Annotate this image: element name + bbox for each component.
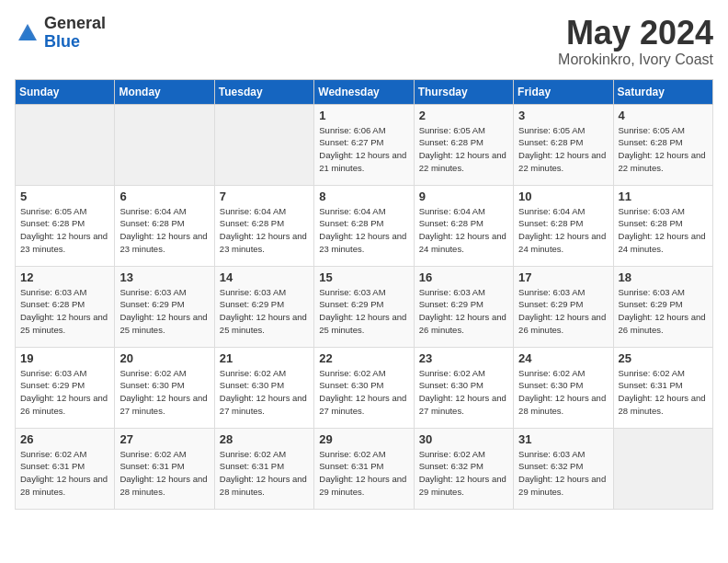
day-info: Sunrise: 6:02 AMSunset: 6:30 PMDaylight:… [220, 367, 310, 418]
weekday-header: Thursday [414, 79, 513, 104]
day-info: Sunrise: 6:03 AMSunset: 6:28 PMDaylight:… [619, 205, 709, 256]
day-info: Sunrise: 6:05 AMSunset: 6:28 PMDaylight:… [518, 124, 609, 175]
day-number: 26 [20, 432, 110, 446]
day-info: Sunrise: 6:04 AMSunset: 6:28 PMDaylight:… [220, 205, 310, 256]
day-number: 2 [419, 109, 509, 122]
logo-text: General Blue [44, 15, 106, 52]
calendar-cell [115, 104, 214, 185]
logo: General Blue [15, 15, 106, 52]
calendar-cell [613, 428, 712, 509]
calendar-cell: 16Sunrise: 6:03 AMSunset: 6:29 PMDayligh… [414, 266, 513, 347]
day-number: 19 [20, 351, 110, 365]
day-number: 29 [319, 432, 409, 446]
day-number: 3 [518, 109, 609, 122]
day-info: Sunrise: 6:02 AMSunset: 6:31 PMDaylight:… [619, 367, 709, 418]
logo-blue: Blue [44, 32, 80, 51]
calendar-cell: 5Sunrise: 6:05 AMSunset: 6:28 PMDaylight… [16, 185, 115, 266]
day-number: 13 [119, 270, 210, 284]
weekday-header-row: SundayMondayTuesdayWednesdayThursdayFrid… [16, 79, 713, 104]
logo-general: General [44, 14, 106, 32]
day-number: 24 [518, 351, 609, 365]
calendar-cell: 30Sunrise: 6:02 AMSunset: 6:32 PMDayligh… [414, 428, 513, 509]
calendar-cell: 13Sunrise: 6:03 AMSunset: 6:29 PMDayligh… [115, 266, 214, 347]
day-number: 14 [220, 270, 310, 284]
calendar-week-row: 26Sunrise: 6:02 AMSunset: 6:31 PMDayligh… [16, 428, 713, 509]
weekday-header: Saturday [613, 79, 712, 104]
day-number: 5 [20, 190, 110, 203]
day-info: Sunrise: 6:02 AMSunset: 6:31 PMDaylight:… [220, 448, 310, 499]
day-number: 23 [419, 351, 509, 365]
day-number: 11 [619, 190, 709, 203]
day-info: Sunrise: 6:02 AMSunset: 6:31 PMDaylight:… [319, 448, 409, 499]
calendar-week-row: 19Sunrise: 6:03 AMSunset: 6:29 PMDayligh… [16, 347, 713, 428]
calendar-cell: 6Sunrise: 6:04 AMSunset: 6:28 PMDaylight… [115, 185, 214, 266]
calendar-cell: 31Sunrise: 6:03 AMSunset: 6:32 PMDayligh… [514, 428, 613, 509]
day-number: 8 [319, 190, 409, 203]
calendar-cell [16, 104, 115, 185]
day-number: 28 [220, 432, 310, 446]
calendar-cell: 24Sunrise: 6:02 AMSunset: 6:30 PMDayligh… [514, 347, 613, 428]
calendar-cell [214, 104, 313, 185]
calendar-cell: 12Sunrise: 6:03 AMSunset: 6:28 PMDayligh… [16, 266, 115, 347]
calendar-cell: 10Sunrise: 6:04 AMSunset: 6:28 PMDayligh… [514, 185, 613, 266]
day-number: 20 [119, 351, 210, 365]
calendar-cell: 27Sunrise: 6:02 AMSunset: 6:31 PMDayligh… [115, 428, 214, 509]
page-container: General Blue May 2024 Morokinkro, Ivory … [0, 0, 728, 517]
calendar-week-row: 5Sunrise: 6:05 AMSunset: 6:28 PMDaylight… [16, 185, 713, 266]
day-number: 21 [220, 351, 310, 365]
day-info: Sunrise: 6:03 AMSunset: 6:29 PMDaylight:… [319, 286, 409, 337]
calendar-cell: 9Sunrise: 6:04 AMSunset: 6:28 PMDaylight… [414, 185, 513, 266]
calendar-cell: 4Sunrise: 6:05 AMSunset: 6:28 PMDaylight… [613, 104, 712, 185]
calendar-cell: 22Sunrise: 6:02 AMSunset: 6:30 PMDayligh… [314, 347, 414, 428]
day-number: 30 [419, 432, 509, 446]
calendar-week-row: 1Sunrise: 6:06 AMSunset: 6:27 PMDaylight… [16, 104, 713, 185]
calendar-cell: 21Sunrise: 6:02 AMSunset: 6:30 PMDayligh… [214, 347, 313, 428]
calendar-cell: 7Sunrise: 6:04 AMSunset: 6:28 PMDaylight… [214, 185, 313, 266]
day-info: Sunrise: 6:05 AMSunset: 6:28 PMDaylight:… [619, 124, 709, 175]
calendar-cell: 23Sunrise: 6:02 AMSunset: 6:30 PMDayligh… [414, 347, 513, 428]
location: Morokinkro, Ivory Coast [558, 52, 713, 68]
day-info: Sunrise: 6:02 AMSunset: 6:30 PMDaylight:… [319, 367, 409, 418]
weekday-header: Friday [514, 79, 613, 104]
day-number: 25 [619, 351, 709, 365]
day-info: Sunrise: 6:03 AMSunset: 6:29 PMDaylight:… [220, 286, 310, 337]
day-number: 16 [419, 270, 509, 284]
logo-icon [15, 20, 40, 46]
day-number: 22 [319, 351, 409, 365]
month-year: May 2024 [558, 15, 713, 52]
day-info: Sunrise: 6:05 AMSunset: 6:28 PMDaylight:… [20, 205, 110, 256]
day-number: 4 [619, 109, 709, 122]
day-info: Sunrise: 6:04 AMSunset: 6:28 PMDaylight:… [319, 205, 409, 256]
calendar-cell: 14Sunrise: 6:03 AMSunset: 6:29 PMDayligh… [214, 266, 313, 347]
weekday-header: Sunday [16, 79, 115, 104]
day-info: Sunrise: 6:03 AMSunset: 6:29 PMDaylight:… [518, 286, 609, 337]
day-number: 31 [518, 432, 609, 446]
title-block: May 2024 Morokinkro, Ivory Coast [558, 15, 713, 68]
day-number: 9 [419, 190, 509, 203]
weekday-header: Wednesday [314, 79, 414, 104]
day-number: 18 [619, 270, 709, 284]
day-info: Sunrise: 6:04 AMSunset: 6:28 PMDaylight:… [518, 205, 609, 256]
calendar-cell: 2Sunrise: 6:05 AMSunset: 6:28 PMDaylight… [414, 104, 513, 185]
day-info: Sunrise: 6:03 AMSunset: 6:28 PMDaylight:… [20, 286, 110, 337]
day-info: Sunrise: 6:02 AMSunset: 6:30 PMDaylight:… [119, 367, 210, 418]
day-number: 7 [220, 190, 310, 203]
calendar-cell: 15Sunrise: 6:03 AMSunset: 6:29 PMDayligh… [314, 266, 414, 347]
weekday-header: Tuesday [214, 79, 313, 104]
calendar-table: SundayMondayTuesdayWednesdayThursdayFrid… [15, 79, 713, 510]
header: General Blue May 2024 Morokinkro, Ivory … [15, 15, 713, 68]
day-number: 1 [319, 109, 409, 122]
day-info: Sunrise: 6:02 AMSunset: 6:31 PMDaylight:… [20, 448, 110, 499]
day-info: Sunrise: 6:02 AMSunset: 6:30 PMDaylight:… [419, 367, 509, 418]
calendar-cell: 17Sunrise: 6:03 AMSunset: 6:29 PMDayligh… [514, 266, 613, 347]
day-number: 10 [518, 190, 609, 203]
day-info: Sunrise: 6:02 AMSunset: 6:32 PMDaylight:… [419, 448, 509, 499]
day-info: Sunrise: 6:03 AMSunset: 6:32 PMDaylight:… [518, 448, 609, 499]
day-info: Sunrise: 6:02 AMSunset: 6:31 PMDaylight:… [119, 448, 210, 499]
calendar-cell: 3Sunrise: 6:05 AMSunset: 6:28 PMDaylight… [514, 104, 613, 185]
calendar-cell: 11Sunrise: 6:03 AMSunset: 6:28 PMDayligh… [613, 185, 712, 266]
day-number: 17 [518, 270, 609, 284]
calendar-cell: 20Sunrise: 6:02 AMSunset: 6:30 PMDayligh… [115, 347, 214, 428]
day-number: 15 [319, 270, 409, 284]
day-info: Sunrise: 6:05 AMSunset: 6:28 PMDaylight:… [419, 124, 509, 175]
